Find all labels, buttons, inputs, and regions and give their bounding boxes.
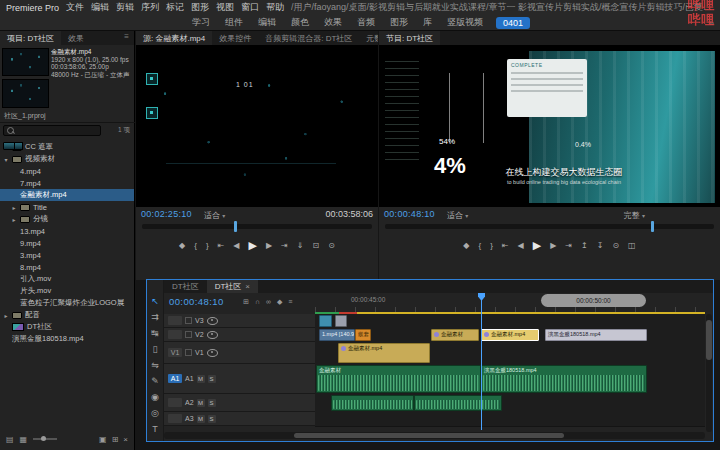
delete-icon[interactable]: × <box>123 435 128 444</box>
program-playhead[interactable] <box>651 221 654 232</box>
timeline-clip[interactable]: 嵌套 <box>355 329 371 341</box>
go-to-in-icon[interactable]: ⇤ <box>218 241 225 250</box>
track-lock-icon[interactable] <box>185 317 192 324</box>
play-icon[interactable]: ▶ <box>533 239 541 252</box>
workspace-0401[interactable]: 0401 <box>496 17 530 29</box>
solo-button[interactable]: S <box>208 375 216 383</box>
tab-effect-controls[interactable]: 效果控件 <box>212 31 258 45</box>
source-patch[interactable] <box>168 398 182 407</box>
new-bin-icon[interactable]: ▣ <box>99 435 107 444</box>
tab-effects[interactable]: 效果 <box>61 31 91 45</box>
icon-view-icon[interactable]: ▦ <box>20 435 28 444</box>
twirl-icon[interactable]: ▸ <box>3 312 9 319</box>
selection-tool-icon[interactable]: ↖ <box>151 296 159 306</box>
workspace-editing[interactable]: 编辑 <box>256 16 278 29</box>
solo-button[interactable]: S <box>208 399 216 407</box>
program-zoom-select[interactable]: 适合 ▾ <box>447 210 468 221</box>
timeline-audio-clip[interactable]: 金融素材 <box>316 365 481 393</box>
mark-in-icon[interactable]: { <box>194 241 197 250</box>
track-header-v2[interactable]: V2 <box>164 328 315 342</box>
timeline-clip[interactable] <box>335 315 347 327</box>
workspace-custom-video[interactable]: 竖版视频 <box>445 16 485 29</box>
menu-view[interactable]: 视图 <box>216 1 234 14</box>
thumbnail-zoom-slider[interactable] <box>33 438 57 440</box>
track-lane-v2[interactable]: 1.mp4 [140.96%] 嵌套 金融素材 金融素材.mp4 演黑金服180… <box>315 328 705 343</box>
list-item-bin[interactable]: ▸配音 <box>0 309 134 321</box>
twirl-icon[interactable]: ▸ <box>11 204 17 211</box>
track-lane-a1[interactable]: 金融素材 演黑金服180518.mp4 <box>315 364 705 395</box>
tab-program[interactable]: 节目: DT社区 <box>379 31 440 45</box>
twirl-icon[interactable]: ▸ <box>11 216 17 223</box>
tab-audio-clip-mixer[interactable]: 音频剪辑混合器: DT社区 <box>258 31 359 45</box>
mute-button[interactable]: M <box>197 415 205 423</box>
playhead-line[interactable] <box>481 293 482 430</box>
eye-icon[interactable] <box>207 331 218 339</box>
hand-tool-icon[interactable]: ◉ <box>151 392 159 402</box>
go-to-in-icon[interactable]: ⇤ <box>502 241 509 250</box>
lift-icon[interactable]: ↥ <box>581 241 588 250</box>
timeline-ruler[interactable]: 00:00:45:00 00:00:50:00 <box>315 293 705 313</box>
list-view-icon[interactable]: ▤ <box>6 435 14 444</box>
eye-icon[interactable] <box>207 317 218 325</box>
list-item-clip[interactable]: 7.mp4 <box>0 177 134 189</box>
workspace-audio[interactable]: 音频 <box>355 16 377 29</box>
insert-icon[interactable]: ⇓ <box>297 241 304 250</box>
list-item-bin[interactable]: ▾视频素材 <box>0 153 134 165</box>
add-marker-icon[interactable]: ◆ <box>179 241 185 250</box>
list-item-clip[interactable]: 13.mp4 <box>0 225 134 237</box>
tab-source[interactable]: 源: 金融素材.mp4 <box>136 31 212 45</box>
solo-button[interactable]: S <box>208 415 216 423</box>
track-select-tool-icon[interactable]: ⇉ <box>151 312 159 322</box>
menu-markers[interactable]: 标记 <box>166 1 184 14</box>
source-patch-v1[interactable]: V1 <box>168 348 182 357</box>
comparison-view-icon[interactable]: ◫ <box>628 241 636 250</box>
new-item-icon[interactable]: ⊞ <box>112 435 119 444</box>
linked-selection-icon[interactable]: ∞ <box>266 298 271 306</box>
timeline-audio-clip[interactable]: 演黑金服180518.mp4 <box>481 365 647 393</box>
timeline-timecode[interactable]: 00:00:48:10 <box>169 296 224 307</box>
list-item-bin[interactable]: ▸分镜 <box>0 213 134 225</box>
timeline-clip[interactable]: 金融素材.mp4 <box>338 343 430 363</box>
list-item-clip[interactable]: 3.mp4 <box>0 249 134 261</box>
timeline-settings-icon[interactable]: ≡ <box>288 298 292 306</box>
export-frame-icon[interactable]: ⊙ <box>612 241 619 250</box>
menu-file[interactable]: 文件 <box>66 1 84 14</box>
track-lock-icon[interactable] <box>185 349 192 356</box>
snap-icon[interactable]: ∩ <box>255 298 260 306</box>
ripple-edit-tool-icon[interactable]: ↹ <box>151 328 159 338</box>
mute-button[interactable]: M <box>197 399 205 407</box>
workspace-libraries[interactable]: 库 <box>421 16 434 29</box>
add-marker-icon[interactable]: ◆ <box>463 241 469 250</box>
mute-button[interactable]: M <box>197 375 205 383</box>
track-lane-v3[interactable] <box>315 314 705 329</box>
list-item-clip[interactable]: 9.mp4 <box>0 237 134 249</box>
timeline-clip[interactable]: 金融素材 <box>431 329 479 341</box>
source-playhead[interactable] <box>234 221 237 232</box>
scrollbar-thumb[interactable] <box>294 433 564 438</box>
nest-toggle-icon[interactable]: ⊞ <box>243 298 249 306</box>
source-patch-a1[interactable]: A1 <box>168 374 182 383</box>
source-patch[interactable] <box>168 330 182 339</box>
program-video-display[interactable]: COMPLETE 54% 0.4% 4% 在线上构建交易大数据生态圈 to bu… <box>379 45 720 207</box>
eye-icon[interactable] <box>207 349 218 357</box>
mark-out-icon[interactable]: } <box>206 241 209 250</box>
menu-graphics[interactable]: 图形 <box>191 1 209 14</box>
twirl-icon[interactable]: ▾ <box>3 156 9 163</box>
program-scrub-bar[interactable] <box>385 224 714 229</box>
track-header-a1[interactable]: A1A1MS <box>164 364 315 394</box>
play-icon[interactable]: ▶ <box>248 239 256 252</box>
step-forward-icon[interactable]: ▶ <box>550 241 556 250</box>
scrollbar-thumb[interactable] <box>706 320 712 360</box>
menu-help[interactable]: 帮助 <box>266 1 284 14</box>
zoom-tool-icon[interactable]: ◎ <box>151 408 159 418</box>
source-patch[interactable] <box>168 414 182 423</box>
sequence-tab-2[interactable]: DT社区× <box>207 280 258 293</box>
close-icon[interactable]: × <box>245 282 250 291</box>
source-patch[interactable] <box>168 316 182 325</box>
timeline-clip[interactable]: 1.mp4 [140.96%] <box>319 329 355 341</box>
step-back-icon[interactable]: ◀ <box>233 241 239 250</box>
list-item-clip-selected[interactable]: 金融素材.mp4 <box>0 189 134 201</box>
ruler-marker-block[interactable]: 00:00:50:00 <box>541 294 646 307</box>
menu-sequence[interactable]: 序列 <box>141 1 159 14</box>
list-item-bin[interactable]: ▸Title <box>0 201 134 213</box>
